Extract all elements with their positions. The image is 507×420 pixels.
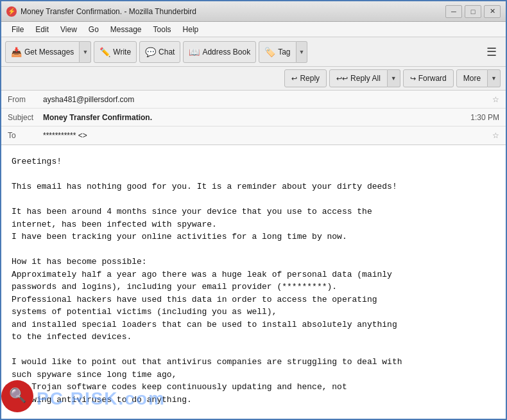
email-action-bar: ↩ Reply ↩↩ Reply All ▼ ↪ Forward More ▼ xyxy=(1,67,506,91)
to-star-icon[interactable]: ☆ xyxy=(492,131,499,140)
get-messages-label: Get Messages xyxy=(24,48,74,57)
tag-label: Tag xyxy=(278,48,290,57)
get-messages-dropdown[interactable]: ▼ xyxy=(80,41,91,63)
address-book-button[interactable]: 📖 Address Book xyxy=(183,41,256,63)
forward-label: Forward xyxy=(418,74,447,83)
reply-all-group: ↩↩ Reply All ▼ xyxy=(329,69,400,87)
body-line xyxy=(12,344,495,356)
app-icon: ⚡ xyxy=(6,6,17,17)
reply-label: Reply xyxy=(300,74,320,83)
from-label: From xyxy=(8,95,43,104)
tag-icon: 🏷️ xyxy=(264,47,275,57)
get-messages-icon: 📥 xyxy=(11,47,22,57)
write-label: Write xyxy=(113,48,131,57)
tag-dropdown[interactable]: ▼ xyxy=(296,41,308,63)
address-book-label: Address Book xyxy=(202,48,250,57)
body-line: internet, has been infected with spyware… xyxy=(12,218,495,231)
more-dropdown[interactable]: ▼ xyxy=(488,69,501,87)
more-button[interactable]: More xyxy=(456,69,488,87)
more-group: More ▼ xyxy=(456,69,501,87)
forward-button[interactable]: ↪ Forward xyxy=(403,69,454,87)
menu-view[interactable]: View xyxy=(55,24,82,35)
reply-all-icon: ↩↩ xyxy=(336,74,348,83)
write-button[interactable]: ✏️ Write xyxy=(94,41,137,63)
subject-label: Subject xyxy=(8,113,43,122)
to-value: *********** <> xyxy=(43,131,488,140)
reply-icon: ↩ xyxy=(291,74,297,83)
tag-group: 🏷️ Tag ▼ xyxy=(259,41,307,63)
body-line: and installed special loaders that can b… xyxy=(12,319,495,331)
menu-edit[interactable]: Edit xyxy=(30,24,54,35)
body-line xyxy=(12,168,495,181)
reply-all-dropdown[interactable]: ▼ xyxy=(388,69,400,87)
menu-go[interactable]: Go xyxy=(83,24,104,35)
close-button[interactable]: ✕ xyxy=(484,5,501,18)
body-line: such spyware since long time ago, xyxy=(12,369,495,381)
body-line: It has been around 4 months since your d… xyxy=(12,206,495,218)
chat-icon: 💬 xyxy=(145,47,156,57)
from-star-icon[interactable]: ☆ xyxy=(492,95,499,104)
body-line: Professional hackers have used this data… xyxy=(12,293,495,306)
body-line: How it has become possible: xyxy=(12,256,495,268)
title-bar: ⚡ Money Transfer Confirmation. - Mozilla… xyxy=(1,1,506,22)
reply-all-button[interactable]: ↩↩ Reply All xyxy=(329,69,388,87)
email-body-text: Greetings! This email has nothing good f… xyxy=(12,155,495,419)
body-line xyxy=(12,193,495,206)
body-line xyxy=(12,243,495,256)
body-line: I would like to point out that antivirus… xyxy=(12,356,495,369)
chat-button[interactable]: 💬 Chat xyxy=(139,41,180,63)
body-line: to the infected devices. xyxy=(12,331,495,344)
hamburger-menu-button[interactable]: ☰ xyxy=(481,42,502,62)
minimize-button[interactable]: ─ xyxy=(445,5,462,18)
body-line: Greetings! xyxy=(12,155,495,168)
to-label: To xyxy=(8,131,43,140)
main-toolbar: 📥 Get Messages ▼ ✏️ Write 💬 Chat 📖 Addre… xyxy=(1,37,506,67)
email-time: 1:30 PM xyxy=(470,113,499,122)
menu-message[interactable]: Message xyxy=(105,24,147,35)
reply-all-label: Reply All xyxy=(350,74,381,83)
more-label: More xyxy=(463,74,481,83)
subject-value: Money Transfer Confirmation. xyxy=(43,113,470,122)
email-body: Greetings! This email has nothing good f… xyxy=(1,145,506,419)
body-line: I have been tracking your online activit… xyxy=(12,231,495,243)
thunderbird-window: ⚡ Money Transfer Confirmation. - Mozilla… xyxy=(0,0,507,420)
to-row: To *********** <> ☆ xyxy=(1,127,506,144)
write-icon: ✏️ xyxy=(99,47,110,57)
tag-button[interactable]: 🏷️ Tag xyxy=(259,41,296,63)
menu-bar: File Edit View Go Message Tools Help xyxy=(1,22,506,37)
from-value: aysha481@pillersdorf.com xyxy=(43,95,488,104)
chat-label: Chat xyxy=(159,48,175,57)
menu-help[interactable]: Help xyxy=(178,24,204,35)
from-row: From aysha481@pillersdorf.com ☆ xyxy=(1,91,506,109)
forward-icon: ↪ xyxy=(410,74,416,83)
menu-tools[interactable]: Tools xyxy=(148,24,176,35)
body-line: passwords and logins), including your em… xyxy=(12,281,495,293)
body-line: the Trojan software codes keep continuou… xyxy=(12,381,495,394)
get-messages-button[interactable]: 📥 Get Messages xyxy=(5,41,80,63)
address-book-icon: 📖 xyxy=(189,47,200,57)
subject-row: Subject Money Transfer Confirmation. 1:3… xyxy=(1,109,506,127)
menu-file[interactable]: File xyxy=(6,24,29,35)
body-line: allowing antiviruses to do anything. xyxy=(12,394,495,407)
window-controls: ─ □ ✕ xyxy=(445,5,501,18)
email-header: From aysha481@pillersdorf.com ☆ Subject … xyxy=(1,91,506,145)
get-messages-group: 📥 Get Messages ▼ xyxy=(5,41,91,63)
body-line: Approximately half a year ago there was … xyxy=(12,268,495,281)
reply-button[interactable]: ↩ Reply xyxy=(284,69,327,87)
maximize-button[interactable]: □ xyxy=(465,5,481,18)
body-line: This email has nothing good for you. It … xyxy=(12,180,495,193)
window-title: Money Transfer Confirmation. - Mozilla T… xyxy=(21,7,445,16)
body-line: systems of potential victims (including … xyxy=(12,306,495,319)
